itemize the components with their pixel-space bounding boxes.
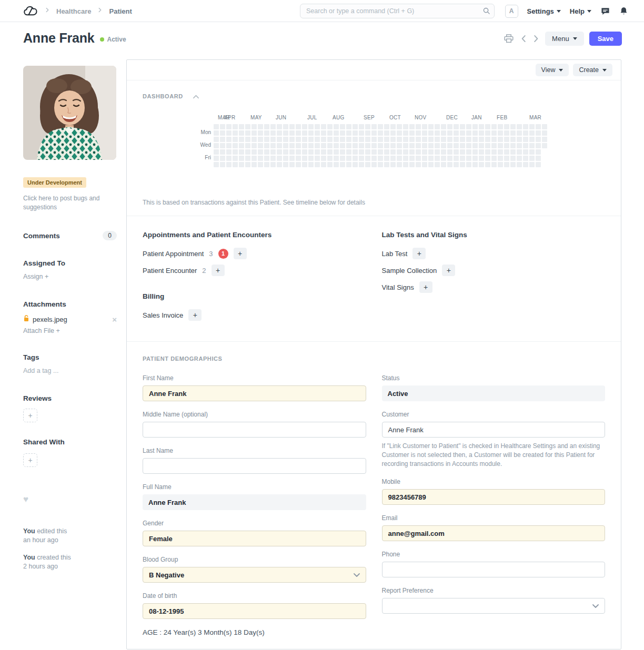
comments-label[interactable]: Comments [23,232,60,240]
view-button[interactable]: View [536,64,569,76]
heatmap-cell [504,130,509,136]
heatmap-cell [353,137,358,142]
heatmap-cell [371,156,377,161]
heatmap-cell [384,137,389,142]
link-label[interactable]: Sales Invoice [143,311,183,319]
activity-time: an hour ago [23,536,117,545]
link-label[interactable]: Patient Appointment [143,250,204,258]
heatmap-cell [214,162,219,167]
heatmap-month-label: AUG [333,115,345,120]
heatmap-cell [536,149,541,155]
heatmap-cell [315,137,320,142]
first-name-input[interactable]: Anne Frank [143,385,366,401]
heatmap-cell [447,162,452,167]
add-sample-collection-button[interactable]: + [442,265,455,276]
post-bugs-link[interactable]: Click here to post bugs and suggestions [23,194,117,212]
heatmap-cell [359,156,364,161]
app-logo[interactable] [23,5,38,17]
add-vital-signs-button[interactable]: + [419,281,432,293]
next-record-icon[interactable] [532,34,540,44]
blood-group-select[interactable]: B Negative [143,567,366,583]
attach-file-label: Attach File [23,327,54,334]
settings-menu[interactable]: Settings [527,7,561,15]
notifications-bell-icon[interactable] [619,6,628,16]
heatmap-cell [220,156,225,161]
link-label[interactable]: Sample Collection [382,267,437,275]
add-sales-invoice-button[interactable]: + [188,309,202,321]
heatmap-cell [479,137,484,142]
heatmap-cell [529,124,535,129]
dashboard-section-label: DASHBOARD [143,93,183,99]
form-sidebar: Under Development Click here to post bug… [23,66,117,580]
breadcrumb-item-patient[interactable]: Patient [109,7,132,15]
heatmap-cell [416,137,421,142]
report-preference-select[interactable] [382,598,606,614]
remove-attachment-icon[interactable]: × [112,316,117,323]
menu-button[interactable]: Menu [545,32,584,46]
email-input[interactable]: anne@gmail.com [382,525,606,541]
heatmap-cell [270,130,276,136]
breadcrumb-item-healthcare[interactable]: Healthcare [56,7,91,15]
assign-button[interactable]: Assign + [23,273,117,280]
prev-record-icon[interactable] [520,34,527,44]
heatmap-cell [239,143,244,148]
add-patient-appointment-button[interactable]: + [234,248,247,259]
attachments-label: Attachments [23,300,117,308]
add-lab-test-button[interactable]: + [412,248,426,259]
link-label[interactable]: Patient Encounter [143,267,197,275]
heatmap-cell [346,162,351,167]
link-label[interactable]: Lab Test [382,250,408,258]
activity-action: created this [37,554,71,561]
heatmap-cell [321,156,326,161]
gender-input[interactable]: Female [143,531,366,546]
field-label: Phone [382,551,606,558]
add-tag-input[interactable]: Add a tag ... [23,367,117,374]
heatmap-cell [416,130,421,136]
heatmap-cell [454,137,459,142]
save-button[interactable]: Save [589,32,622,46]
open-count-badge[interactable]: 1 [218,249,228,259]
heatmap-cell [296,124,301,129]
heatmap-cell [466,156,471,161]
heatmap-cell [479,143,484,148]
collapse-section-icon[interactable] [193,92,199,101]
avatar[interactable]: A [505,5,518,18]
attach-file-button[interactable]: Attach File + [23,327,117,334]
customer-input[interactable]: Anne Frank [382,422,606,438]
mobile-input[interactable]: 9823456789 [382,489,606,505]
heatmap-cell [422,143,427,148]
navbar-actions: A Settings Help [505,0,628,22]
heatmap-cell [214,156,219,161]
add-review-button[interactable]: + [23,409,37,422]
heatmap-cell [264,130,269,136]
heatmap-cell [327,156,333,161]
field-last-name: Last Name [143,447,366,474]
middle-name-input[interactable] [143,422,366,438]
heatmap-cell [498,156,503,161]
heatmap-cell [308,143,314,148]
like-heart-icon[interactable]: ♥ [23,494,117,505]
field-phone: Phone [382,551,606,577]
chevron-down-icon [557,10,561,13]
settings-label: Settings [527,7,554,15]
print-icon[interactable] [503,33,515,44]
phone-input[interactable] [382,562,606,577]
heatmap-cell [523,162,528,167]
feedback-icon[interactable] [600,7,610,16]
heatmap-cell [321,149,326,155]
create-button[interactable]: Create [573,64,612,76]
link-group-title: Lab Tests and Vital Signs [382,231,606,239]
add-patient-encounter-button[interactable]: + [212,265,225,276]
link-label[interactable]: Vital Signs [382,283,414,291]
date-of-birth-input[interactable]: 08-12-1995 [143,603,366,619]
help-menu[interactable]: Help [570,7,591,15]
last-name-input[interactable] [143,458,366,474]
unlock-icon[interactable] [23,314,29,324]
heatmap-cell [517,124,522,129]
add-share-button[interactable]: + [23,453,37,467]
attachment-file-link[interactable]: pexels.jpeg [33,316,67,323]
patient-photo[interactable] [23,66,116,160]
search-input[interactable] [300,4,495,18]
heatmap-cell [233,143,238,148]
heatmap-cell [214,143,219,148]
